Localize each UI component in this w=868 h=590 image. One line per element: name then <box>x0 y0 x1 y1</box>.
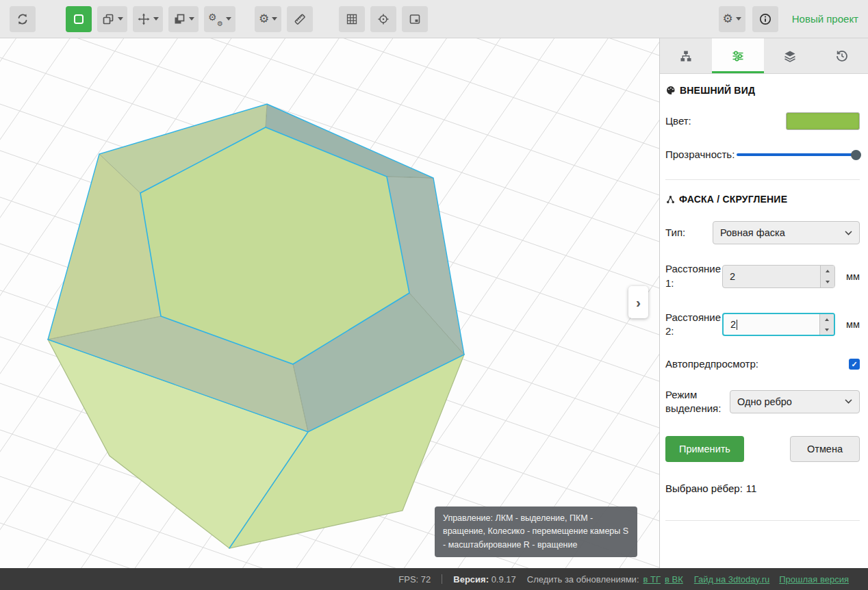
chevron-down-icon <box>845 231 852 235</box>
vk-link[interactable]: в ВК <box>665 574 683 585</box>
selection-mode-select[interactable]: Одно ребро <box>730 390 860 413</box>
status-bar: FPS: 72 Версия: 0.9.17 Следить за обновл… <box>0 568 868 590</box>
statusbar-divider <box>442 574 442 584</box>
chamfer-type-row: Тип: Ровная фаска <box>665 221 860 244</box>
opacity-row: Прозрачность: <box>665 148 860 162</box>
distance-2-label: Расстояние 2: <box>665 311 722 339</box>
origin-toggle-button[interactable] <box>370 6 396 32</box>
measure-tool-button[interactable] <box>287 6 313 32</box>
chevron-down-icon <box>118 17 123 21</box>
controls-tooltip: Управление: ЛКМ - выделение, ПКМ - враще… <box>435 506 637 557</box>
frame-view-button[interactable] <box>402 6 428 32</box>
boolean-tool-dropdown[interactable] <box>168 6 199 32</box>
app-window: ⚙ ⚙ ⚙ <box>0 0 868 590</box>
origin-target-icon <box>376 12 390 26</box>
chevron-right-icon: › <box>636 294 641 311</box>
chamfer-type-label: Тип: <box>665 226 685 240</box>
follow-label: Следить за обновлениями: <box>527 574 639 585</box>
cancel-button[interactable]: Отмена <box>790 436 860 462</box>
frame-icon <box>408 12 422 26</box>
autopreview-checkbox[interactable]: ✓ <box>849 359 860 370</box>
chevron-down-icon <box>153 17 159 21</box>
chevron-down-icon <box>272 17 277 21</box>
gears-icon: ⚙ ⚙ <box>208 12 223 26</box>
color-label: Цвет: <box>665 114 691 128</box>
version-info: Версия: 0.9.17 <box>453 574 515 585</box>
grid-icon <box>345 12 359 26</box>
tab-structure[interactable] <box>660 38 712 73</box>
main-area: Управление: ЛКМ - выделение, ПКМ - враще… <box>0 38 868 568</box>
fps-counter: FPS: 72 <box>398 574 431 585</box>
modifiers-dropdown[interactable]: ⚙ ⚙ <box>204 6 235 32</box>
distance-1-row: Расстояние 1: 2 мм <box>665 262 860 290</box>
chevron-down-icon <box>226 17 231 21</box>
distance-1-input[interactable]: 2 <box>722 265 835 288</box>
transform-tool-dropdown[interactable] <box>133 6 163 32</box>
tools-settings-dropdown[interactable]: ⚙ <box>255 6 281 32</box>
selection-mode-row: Режим выделения: Одно ребро <box>665 388 860 416</box>
triangle-down-icon <box>825 329 829 331</box>
tab-history[interactable] <box>816 38 868 73</box>
telegram-link[interactable]: в ТГ <box>643 574 661 585</box>
grid-toggle-button[interactable] <box>339 6 365 32</box>
distance-2-input[interactable]: 2 <box>722 313 835 336</box>
viewport: Управление: ЛКМ - выделение, ПКМ - враще… <box>0 38 659 568</box>
distance-1-label: Расстояние 1: <box>665 262 722 290</box>
select-square-icon <box>72 12 86 26</box>
info-icon <box>758 12 772 26</box>
spin-up-button[interactable] <box>820 314 834 324</box>
spin-down-button[interactable] <box>821 277 834 287</box>
palette-icon <box>665 85 676 96</box>
duplicate-tool-dropdown[interactable] <box>97 6 127 32</box>
toolbar-right-group: ⚙ Новый проект <box>712 6 858 32</box>
chamfer-type-select[interactable]: Ровная фаска <box>713 221 860 244</box>
autopreview-label: Автопредпросмотр: <box>665 357 758 371</box>
appearance-section-header: ВНЕШНИЙ ВИД <box>665 85 860 96</box>
spin-down-button[interactable] <box>820 324 834 335</box>
ruler-icon <box>293 12 307 26</box>
previous-version-link[interactable]: Прошлая версия <box>779 574 849 585</box>
new-project-link[interactable]: Новый проект <box>792 13 858 25</box>
distance-1-spinner <box>820 266 834 287</box>
chevron-down-icon <box>189 17 194 21</box>
color-row: Цвет: <box>665 112 860 130</box>
selected-edges-count: 11 <box>746 483 757 494</box>
select-tool-button[interactable] <box>66 6 92 32</box>
view-settings-dropdown[interactable]: ⚙ <box>719 6 745 32</box>
properties-panel: ВНЕШНИЙ ВИД Цвет: Прозрачность: <box>659 38 868 568</box>
triangle-down-icon <box>826 281 830 283</box>
tab-properties[interactable] <box>712 38 764 73</box>
check-icon: ✓ <box>851 360 857 369</box>
panel-tabs <box>660 38 868 74</box>
spin-up-button[interactable] <box>821 266 834 277</box>
follow-updates: Следить за обновлениями: в ТГ в ВК <box>527 574 683 585</box>
3d-canvas[interactable] <box>0 38 659 568</box>
tab-layers[interactable] <box>764 38 816 73</box>
sync-icon <box>16 12 29 26</box>
opacity-slider[interactable] <box>737 149 860 160</box>
chamfer-section-header: ФАСКА / СКРУГЛЕНИЕ <box>665 194 860 205</box>
apply-button[interactable]: Применить <box>665 436 744 462</box>
autopreview-row: Автопредпросмотр: ✓ <box>665 357 860 371</box>
info-button[interactable] <box>752 6 778 32</box>
panel-body: ВНЕШНИЙ ВИД Цвет: Прозрачность: <box>660 74 868 535</box>
nodes-icon <box>665 194 676 205</box>
layers-icon <box>783 49 797 63</box>
gear-icon: ⚙ <box>259 13 269 25</box>
guide-link[interactable]: Гайд на 3dtoday.ru <box>694 574 770 585</box>
panel-collapse-button[interactable]: › <box>628 286 648 318</box>
section-divider <box>665 520 860 521</box>
color-swatch[interactable] <box>786 112 860 130</box>
slider-thumb[interactable] <box>851 150 861 160</box>
move-arrows-icon <box>137 12 151 26</box>
sliders-icon <box>731 49 745 63</box>
distance-2-spinner <box>819 314 834 335</box>
gear-icon: ⚙ <box>723 13 733 25</box>
action-buttons-row: Применить Отмена <box>665 436 860 462</box>
chevron-down-icon <box>845 399 852 404</box>
slider-track[interactable] <box>737 153 860 156</box>
statusbar-links: Гайд на 3dtoday.ru Прошлая версия <box>694 574 849 585</box>
top-toolbar: ⚙ ⚙ ⚙ <box>0 0 868 38</box>
sync-button[interactable] <box>10 6 36 32</box>
section-divider <box>665 179 860 180</box>
